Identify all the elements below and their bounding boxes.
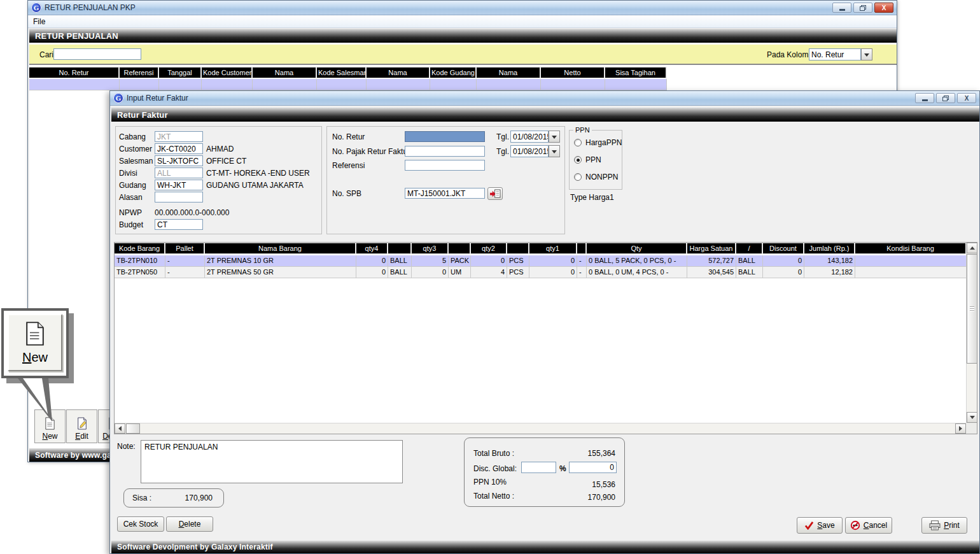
table-row[interactable]: TB-2TPN050-2T PREMNAS 50 GR0BALL0UM4PCS0… — [115, 267, 967, 278]
column-header[interactable]: qty1 — [529, 243, 577, 254]
column-header[interactable] — [449, 243, 471, 254]
column-header[interactable] — [577, 243, 587, 254]
column-header[interactable]: Discount — [763, 243, 804, 254]
gudang-field[interactable]: WH-JKT — [155, 180, 203, 190]
table-row[interactable]: TB-2TPN010-2T PREMNAS 10 GR0BALL5PACK0PC… — [115, 255, 967, 267]
scrollbar-thumb[interactable] — [126, 423, 140, 434]
column-header[interactable]: Harga Satuan — [687, 243, 736, 254]
gudang-name: GUDANG UTAMA JAKARTA — [206, 181, 304, 190]
customer-field[interactable]: JK-CT0020 — [155, 143, 203, 154]
close-button[interactable]: X — [874, 3, 893, 13]
chevron-down-icon — [552, 136, 557, 141]
scrollbar-thumb[interactable] — [967, 254, 977, 364]
table-cell: 0 BALL, 5 PACK, 0 PCS, 0 - — [587, 255, 687, 267]
tgl1-datepicker[interactable]: 01/08/2015 — [510, 131, 560, 143]
cek-stock-button[interactable]: Cek Stock — [117, 516, 164, 532]
printer-icon — [929, 520, 941, 530]
column-header[interactable]: Kondisi Barang — [855, 243, 967, 254]
salesman-field[interactable]: SL-JKTOFC — [155, 155, 203, 166]
scroll-up-button[interactable] — [967, 243, 977, 253]
print-button[interactable]: Print — [921, 517, 967, 534]
column-header[interactable]: qty3 — [412, 243, 449, 254]
column-header[interactable]: Kode Customer — [202, 67, 253, 78]
pada-kolom-select[interactable]: No. Retur — [809, 48, 872, 60]
edit-button[interactable]: Edit — [66, 409, 97, 443]
dialog-statusbar: Software Devolpment by Galaxy Interaktif — [111, 541, 979, 553]
column-header[interactable]: qty4 — [356, 243, 388, 254]
tgl2-label: Tgl. — [496, 147, 509, 156]
column-header[interactable]: Pallet — [165, 243, 205, 254]
column-header[interactable]: Netto — [541, 67, 605, 78]
table-cell: 304,545 — [687, 267, 736, 278]
dropdown-button[interactable] — [861, 48, 872, 60]
table-cell: 5 — [412, 255, 449, 267]
pada-kolom-value: No. Retur — [809, 48, 861, 60]
minimize-button[interactable] — [832, 3, 851, 13]
column-header[interactable]: Nama — [477, 67, 541, 78]
save-button[interactable]: Save — [797, 517, 843, 534]
disc-value-input[interactable] — [569, 462, 617, 473]
budget-field[interactable]: CT — [155, 219, 203, 230]
table-cell: UM — [449, 267, 471, 278]
vertical-scrollbar[interactable] — [966, 243, 977, 423]
column-header[interactable]: Kode Salesman — [317, 67, 367, 78]
main-titlebar[interactable]: G RETUR PENJUALAN PKP X — [28, 1, 897, 15]
table-row[interactable] — [29, 79, 667, 90]
table-cell — [253, 79, 317, 90]
divisi-name: CT-MT- HOREKA -END USER — [206, 169, 310, 178]
restore-button[interactable] — [853, 3, 872, 13]
cancel-button[interactable]: Cancel — [845, 517, 892, 534]
dropdown-button[interactable] — [549, 131, 560, 143]
scroll-down-button[interactable] — [967, 412, 977, 423]
radio-ppn[interactable]: PPN — [574, 155, 601, 164]
search-input[interactable] — [53, 48, 141, 60]
column-header[interactable]: Jumlah (Rp.) — [804, 243, 855, 254]
radio-hargappn[interactable]: HargaPPN — [574, 138, 622, 147]
no-pajak-field[interactable] — [405, 146, 485, 157]
column-header[interactable]: Kode Gudang — [430, 67, 477, 78]
referensi-field[interactable] — [405, 160, 485, 171]
dialog-close-button[interactable]: X — [957, 93, 976, 103]
column-header[interactable] — [507, 243, 529, 254]
column-header[interactable]: Qty — [587, 243, 687, 254]
divisi-field[interactable]: ALL — [155, 167, 203, 178]
column-header[interactable]: / — [736, 243, 763, 254]
alasan-field[interactable] — [155, 192, 203, 202]
spb-lookup-button[interactable] — [487, 187, 503, 200]
new-button-magnified[interactable]: New — [8, 314, 62, 371]
note-label: Note: — [117, 442, 136, 451]
column-header[interactable]: Nama — [253, 67, 317, 78]
column-header[interactable]: No. Retur — [29, 67, 120, 78]
radio-hargappn-label: HargaPPN — [585, 138, 622, 147]
column-header[interactable]: qty2 — [471, 243, 507, 254]
disc-percent-input[interactable] — [521, 462, 556, 473]
dialog-titlebar[interactable]: G Input Retur Faktur X — [110, 91, 979, 106]
scrollbar-corner — [966, 423, 977, 434]
dialog-minimize-button[interactable] — [915, 93, 934, 103]
new-button-label: New — [42, 432, 57, 441]
tgl2-datepicker[interactable]: 01/08/2015 — [510, 145, 560, 157]
column-header[interactable]: Sisa Tagihan — [605, 67, 667, 78]
items-grid-header: Kode BarangPalletNama Barangqty4qty3qty2… — [115, 243, 967, 254]
dialog-restore-button[interactable] — [936, 93, 955, 103]
radio-nonppn[interactable]: NONPPN — [574, 173, 618, 181]
dialog-title: Input Retur Faktur — [127, 94, 188, 103]
column-header[interactable]: Tanggal — [159, 67, 202, 78]
percent-label: % — [559, 464, 566, 473]
column-header[interactable]: Nama Barang — [205, 243, 356, 254]
column-header[interactable]: Kode Barang — [115, 243, 165, 254]
no-spb-field[interactable]: MT-J150001.JKT — [405, 188, 485, 199]
column-header[interactable] — [388, 243, 412, 254]
horizontal-scrollbar[interactable] — [115, 423, 966, 434]
delete-row-button[interactable]: Delete — [166, 516, 213, 532]
callout-new-label: New — [22, 350, 48, 365]
no-retur-field[interactable] — [405, 131, 485, 142]
cabang-field[interactable]: JKT — [155, 131, 203, 142]
scroll-right-button[interactable] — [955, 423, 966, 434]
scroll-left-button[interactable] — [115, 423, 125, 434]
dropdown-button[interactable] — [549, 145, 560, 157]
column-header[interactable]: Nama — [367, 67, 430, 78]
note-textarea[interactable]: RETUR PENJUALAN — [141, 440, 403, 483]
column-header[interactable]: Referensi — [120, 67, 159, 78]
menu-file[interactable]: File — [33, 17, 45, 26]
